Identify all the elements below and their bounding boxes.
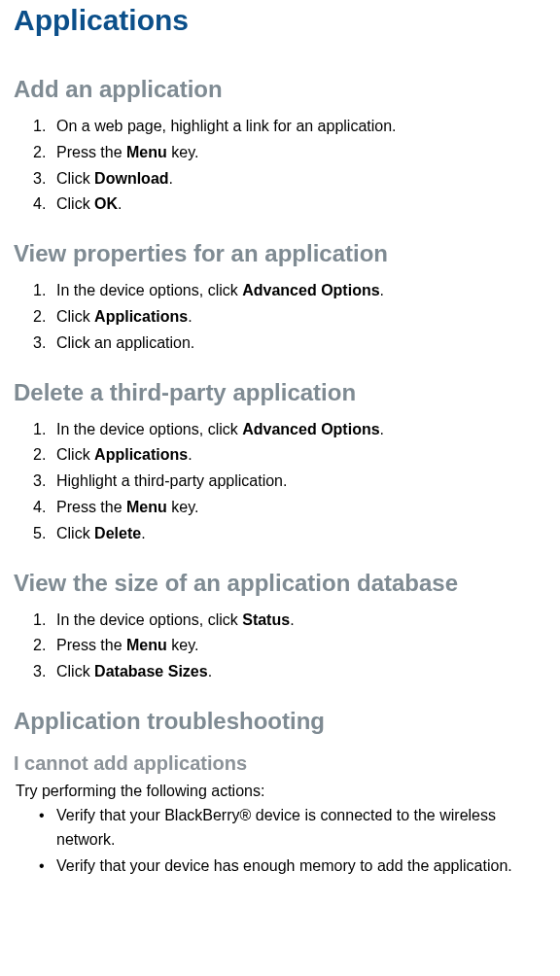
step-item: In the device options, click Advanced Op… [56,279,546,303]
step-list: In the device options, click Advanced Op… [14,279,546,355]
step-list: In the device options, click Status.Pres… [14,609,546,684]
troubleshooting-bullets: Verify that your BlackBerry® device is c… [14,804,546,878]
step-item: On a web page, highlight a link for an a… [56,115,546,139]
step-list: On a web page, highlight a link for an a… [14,115,546,217]
step-item: In the device options, click Status. [56,609,546,633]
section-heading: Add an application [14,76,546,103]
step-item: In the device options, click Advanced Op… [56,418,546,442]
step-item: Click Database Sizes. [56,660,546,684]
step-item: Click an application. [56,331,546,356]
troubleshooting-heading: Application troubleshooting [14,708,546,735]
step-item: Click Applications. [56,443,546,468]
step-item: Click Applications. [56,305,546,330]
troubleshooting-bullet: Verify that your device has enough memor… [56,854,546,879]
step-item: Click OK. [56,192,546,217]
step-item: Click Delete. [56,522,546,546]
sections-container: Add an applicationOn a web page, highlig… [14,76,546,684]
section-heading: View properties for an application [14,240,546,267]
troubleshooting-intro: Try performing the following actions: [16,783,546,800]
troubleshooting-bullet: Verify that your BlackBerry® device is c… [56,804,546,853]
step-item: Press the Menu key. [56,496,546,520]
step-item: Highlight a third-party application. [56,470,546,494]
section-heading: View the size of an application database [14,570,546,597]
step-item: Press the Menu key. [56,634,546,658]
document-page: Applications Add an applicationOn a web … [0,0,560,899]
page-title: Applications [14,0,546,37]
step-item: Click Download. [56,167,546,192]
section-heading: Delete a third-party application [14,379,546,406]
step-list: In the device options, click Advanced Op… [14,418,546,546]
troubleshooting-subheading: I cannot add applications [14,752,546,775]
step-item: Press the Menu key. [56,141,546,165]
